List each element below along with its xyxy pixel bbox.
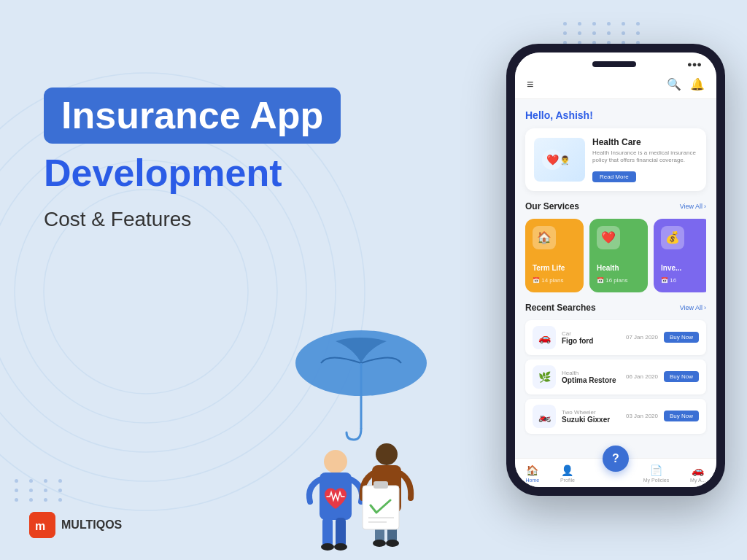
- recent-item-car: 🚗 Car Figo ford 07 Jan 2020 Buy Now: [525, 320, 706, 355]
- app-body: Hello, Ashish! ❤️ 👨‍⚕️ Health Care Healt…: [515, 99, 716, 458]
- service-plans-invest: 📅 16: [661, 277, 676, 284]
- phone-notch: [592, 61, 636, 67]
- profile-nav-label: Profile: [560, 478, 575, 483]
- app-header: ≡ 🔍 🔔: [515, 73, 716, 99]
- recent-info-health: Health Optima Restore: [562, 370, 620, 384]
- services-view-all[interactable]: View All ›: [680, 203, 706, 210]
- buy-now-car[interactable]: Buy Now: [664, 332, 699, 343]
- recent-searches-view-all[interactable]: View All ›: [680, 304, 706, 311]
- recent-type-bike: Two Wheeler: [562, 409, 620, 416]
- home-nav-label: Home: [525, 478, 539, 483]
- service-card-invest[interactable]: 💰 Inve... 📅 16: [654, 219, 706, 292]
- car-icon: 🚗: [533, 326, 556, 349]
- header-icons: 🔍 🔔: [667, 77, 705, 91]
- read-more-button[interactable]: Read More: [592, 171, 636, 182]
- home-nav-icon: 🏠: [526, 464, 538, 476]
- services-header: Our Services View All ›: [525, 201, 706, 211]
- user-name: Ashish!: [556, 109, 593, 121]
- recent-item-bike: 🏍️ Two Wheeler Suzuki Gixxer 03 Jan 2020…: [525, 399, 706, 434]
- health-icon: ❤️: [597, 226, 620, 249]
- svg-text:👨‍⚕️: 👨‍⚕️: [560, 155, 570, 166]
- profile-nav-icon: 👤: [561, 464, 573, 476]
- recent-info-bike: Two Wheeler Suzuki Gixxer: [562, 409, 620, 424]
- service-plans-term-life: 📅 14 plans: [533, 277, 563, 284]
- policies-nav-icon: 📄: [650, 464, 662, 476]
- banner-image: ❤️ 👨‍⚕️: [534, 138, 585, 182]
- svg-text:m: m: [35, 520, 45, 532]
- health-search-icon: 🌿: [533, 365, 556, 389]
- svg-rect-9: [322, 518, 333, 547]
- invest-icon: 💰: [661, 226, 684, 249]
- nav-my-a[interactable]: 🚗 My A...: [690, 464, 705, 483]
- phone-inner: ●●● ≡ 🔍 🔔 Hello, Ashish!: [515, 52, 716, 487]
- svg-rect-20: [374, 481, 388, 489]
- svg-point-18: [386, 540, 399, 547]
- hamburger-icon[interactable]: ≡: [527, 78, 533, 91]
- phone-outer: ●●● ≡ 🔍 🔔 Hello, Ashish!: [506, 44, 725, 496]
- dot-grid-bottom-left: [15, 479, 67, 502]
- services-grid: 🏠 Term Life 📅 14 plans ❤️ Health 📅 16 pl…: [525, 219, 706, 292]
- logo-icon: m: [29, 512, 55, 538]
- recent-searches-title: Recent Searches: [525, 303, 596, 313]
- search-icon[interactable]: 🔍: [667, 77, 681, 91]
- nav-home[interactable]: 🏠 Home: [525, 464, 539, 483]
- status-bar: ●●●: [515, 52, 716, 73]
- title-line2: Development: [44, 151, 452, 195]
- svg-text:❤️: ❤️: [546, 154, 560, 166]
- banner-text: Health Care Health Insurance is a medica…: [592, 137, 697, 182]
- recent-info-car: Car Figo ford: [562, 330, 620, 345]
- buy-now-bike[interactable]: Buy Now: [664, 411, 699, 421]
- bell-icon[interactable]: 🔔: [690, 77, 705, 91]
- bike-icon: 🏍️: [533, 405, 556, 428]
- nav-policies[interactable]: 📄 My Policies: [643, 464, 669, 483]
- nav-profile[interactable]: 👤 Profile: [560, 464, 575, 483]
- recent-searches-header: Recent Searches View All ›: [525, 303, 706, 313]
- service-plans-health: 📅 16 plans: [597, 277, 627, 284]
- recent-name-bike: Suzuki Gixxer: [562, 416, 620, 424]
- svg-point-12: [334, 543, 347, 551]
- service-card-health[interactable]: ❤️ Health 📅 16 plans: [589, 219, 648, 292]
- service-name-term-life: Term Life: [533, 264, 576, 272]
- recent-name-car: Figo ford: [562, 337, 620, 345]
- subtitle: Cost & Features: [44, 208, 452, 231]
- phone-mockup: ●●● ≡ 🔍 🔔 Hello, Ashish!: [506, 44, 725, 510]
- nav-fab-button[interactable]: ?: [603, 446, 629, 472]
- recent-date-bike: 03 Jan 2020: [626, 413, 658, 419]
- recent-type-car: Car: [562, 330, 620, 337]
- banner-description: Health Insurance is a medical insurance …: [592, 149, 697, 165]
- svg-rect-10: [336, 518, 346, 547]
- svg-point-17: [373, 540, 386, 547]
- car-nav-icon: 🚗: [692, 464, 704, 476]
- term-life-icon: 🏠: [533, 226, 556, 249]
- svg-point-11: [321, 543, 334, 551]
- my-a-nav-label: My A...: [690, 478, 705, 483]
- hello-text: Hello,: [525, 109, 556, 121]
- recent-name-health: Optima Restore: [562, 376, 620, 384]
- services-title: Our Services: [525, 201, 579, 211]
- service-name-health: Health: [597, 264, 640, 272]
- recent-date-health: 06 Jan 2020: [626, 373, 658, 380]
- greeting: Hello, Ashish!: [525, 109, 706, 121]
- recent-type-health: Health: [562, 370, 620, 376]
- service-name-invest: Inve...: [661, 264, 705, 272]
- service-card-term-life[interactable]: 🏠 Term Life 📅 14 plans: [525, 219, 584, 292]
- bottom-nav: ? 🏠 Home 👤 Profile 📄 My Policies 🚗 My A.…: [515, 458, 716, 487]
- status-icons: ●●●: [687, 60, 702, 69]
- banner-title: Health Care: [592, 137, 697, 147]
- svg-point-13: [376, 443, 398, 465]
- left-content: Insurance App Development Cost & Feature…: [44, 88, 452, 231]
- policies-nav-label: My Policies: [643, 478, 669, 483]
- recent-date-car: 07 Jan 2020: [626, 334, 658, 341]
- buy-now-health[interactable]: Buy Now: [664, 371, 699, 382]
- banner-card: ❤️ 👨‍⚕️ Health Care Health Insurance is …: [525, 128, 706, 191]
- svg-point-7: [324, 450, 347, 473]
- recent-item-health: 🌿 Health Optima Restore 06 Jan 2020 Buy …: [525, 359, 706, 394]
- illustration: [241, 283, 481, 560]
- title-line1: Insurance App: [44, 88, 341, 144]
- company-logo: m MULTIQOS: [29, 512, 122, 538]
- logo-text: MULTIQOS: [61, 518, 122, 532]
